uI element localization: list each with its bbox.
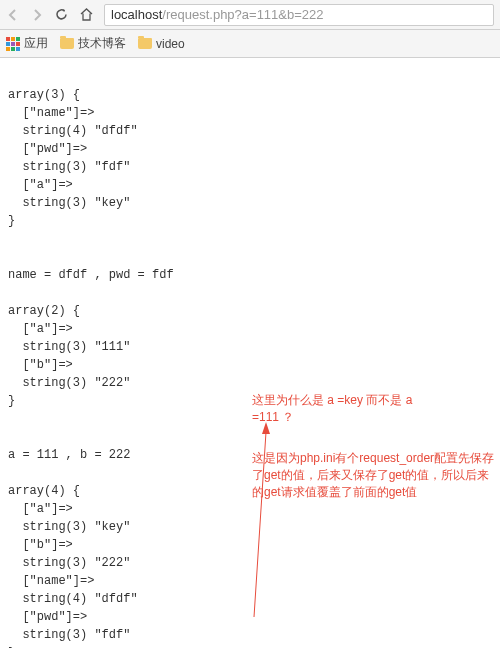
apps-label: 应用 — [24, 35, 48, 52]
var-dump-3: array(4) { ["a"]=> string(3) "key" ["b"]… — [8, 484, 138, 648]
folder-icon — [60, 38, 74, 49]
var-dump-2: array(2) { ["a"]=> string(3) "111" ["b"]… — [8, 304, 130, 408]
reload-button[interactable] — [54, 7, 69, 22]
bookmarks-bar: 应用 技术博客 video — [0, 30, 500, 58]
annotation-answer: 这是因为php.ini有个request_order配置先保存了get的值，后来… — [252, 450, 498, 500]
forward-button[interactable] — [30, 8, 44, 22]
url-path: /request.php?a=111&b=222 — [162, 7, 323, 22]
apps-icon — [6, 37, 20, 51]
output-line-1: name = dfdf , pwd = fdf — [8, 268, 174, 282]
folder-icon — [138, 38, 152, 49]
browser-toolbar: localhost/request.php?a=111&b=222 — [0, 0, 500, 30]
bookmark-video[interactable]: video — [138, 37, 185, 51]
bookmark-label: 技术博客 — [78, 35, 126, 52]
url-bar[interactable]: localhost/request.php?a=111&b=222 — [104, 4, 494, 26]
var-dump-1: array(3) { ["name"]=> string(4) "dfdf" [… — [8, 88, 138, 228]
bookmark-label: video — [156, 37, 185, 51]
apps-button[interactable]: 应用 — [6, 35, 48, 52]
url-host: localhost — [111, 7, 162, 22]
annotation-question: 这里为什么是 a =key 而不是 a =111 ？ — [252, 392, 422, 426]
page-content: array(3) { ["name"]=> string(4) "dfdf" [… — [0, 58, 500, 648]
output-line-2: a = 111 , b = 222 — [8, 448, 130, 462]
bookmark-blog[interactable]: 技术博客 — [60, 35, 126, 52]
home-button[interactable] — [79, 7, 94, 22]
back-button[interactable] — [6, 8, 20, 22]
